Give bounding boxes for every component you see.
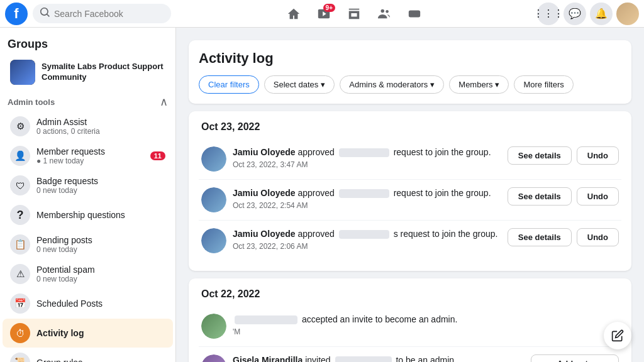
undo-button-1[interactable]: Undo (577, 146, 619, 165)
page-title: Activity log (199, 50, 621, 67)
filter-bar: Clear filters Select dates ▾ Admins & mo… (199, 75, 621, 94)
see-details-button-3[interactable]: See details (508, 228, 572, 246)
activity-actions-2: See details Undo (508, 187, 619, 206)
avatar-4 (201, 314, 226, 339)
members-filter-button[interactable]: Members ▾ (449, 75, 509, 94)
see-details-button-2[interactable]: See details (508, 187, 572, 206)
activity-item-1: Jamiu Oloyede approved request to join t… (199, 139, 621, 180)
more-filters-button[interactable]: More filters (514, 75, 573, 94)
potential-spam-subtitle: 0 new today (36, 275, 165, 283)
membership-questions-icon: ? (10, 205, 30, 225)
facebook-logo[interactable]: f (5, 3, 28, 25)
potential-spam-text: Potential spam 0 new today (36, 265, 165, 284)
date-oct22: Oct 22, 2022 (199, 288, 621, 300)
sidebar-item-group-rules[interactable]: 📜 Group rules (3, 348, 173, 362)
admin-assist-subtitle: 0 actions, 0 criteria (36, 127, 165, 136)
actor-name-1: Jamiu Oloyede (233, 147, 296, 157)
write-button[interactable] (604, 322, 631, 349)
sidebar-item-potential-spam[interactable]: ⚠ Potential spam 0 new today (3, 260, 173, 288)
activity-content-5: Gisela Mirandilla invited to be an admin… (233, 354, 525, 362)
avatar-1 (201, 146, 226, 172)
user-avatar[interactable] (616, 3, 639, 25)
apps-button[interactable]: ⋮⋮⋮ (537, 3, 560, 25)
activity-item-2: Jamiu Oloyede approved request to join t… (199, 180, 621, 221)
section-oct23: Oct 23, 2022 Jamiu Oloyede approved requ… (189, 111, 631, 271)
badge-requests-icon: 🛡 (10, 175, 30, 195)
potential-spam-title: Potential spam (36, 265, 165, 275)
collapse-button[interactable]: ∧ (160, 95, 168, 109)
nav-watch-button[interactable]: 9+ (310, 3, 338, 25)
blurred-user-5 (335, 356, 392, 362)
admins-chevron-icon: ▾ (430, 80, 435, 89)
activity-item-3: Jamiu Oloyede approved s request to join… (199, 221, 621, 261)
actor-name-5: Gisela Mirandilla (233, 355, 303, 362)
nav-marketplace-button[interactable] (340, 3, 368, 25)
admin-tools-section: Admin tools ∧ (0, 89, 175, 111)
activity-item-5: Gisela Mirandilla invited to be an admin… (199, 347, 621, 362)
notifications-button[interactable]: 🔔 (590, 3, 613, 25)
messenger-button[interactable]: 💬 (564, 3, 586, 25)
activity-log-text: Activity log (36, 328, 165, 339)
badge-requests-title: Badge requests (36, 176, 165, 187)
activity-actions-3: See details Undo (508, 228, 619, 246)
svg-point-3 (386, 10, 389, 13)
svg-point-5 (416, 13, 418, 14)
pending-posts-icon: 📋 (10, 234, 30, 255)
nav-gaming-button[interactable] (401, 3, 428, 25)
admins-filter-button[interactable]: Admins & moderators ▾ (340, 75, 444, 94)
group-rules-icon: 📜 (10, 353, 30, 362)
nav-home-button[interactable] (280, 3, 308, 25)
search-bar[interactable] (33, 4, 171, 23)
members-label: Members (458, 80, 492, 89)
search-input[interactable] (54, 9, 164, 19)
select-dates-button[interactable]: Select dates ▾ (264, 75, 335, 94)
activity-actions-1: See details Undo (508, 146, 619, 165)
badge-requests-subtitle: 0 new today (36, 186, 165, 195)
clear-filters-button[interactable]: Clear filters (199, 75, 259, 94)
sidebar-item-badge-requests[interactable]: 🛡 Badge requests 0 new today (3, 171, 173, 200)
group-item[interactable]: Symalite Labs Product Support Community (3, 56, 173, 89)
sidebar-item-member-requests[interactable]: 👤 Member requests ● 1 new today 11 (3, 141, 173, 170)
action-tail-3: s request to join the group. (394, 229, 498, 239)
admins-label: Admins & moderators (349, 80, 428, 89)
activity-time-2: Oct 23, 2022, 2:54 AM (233, 201, 501, 210)
activity-item-4: accepted an invite to become an admin. '… (199, 306, 621, 347)
page-layout: Groups Symalite Labs Product Support Com… (0, 28, 644, 362)
main-content: Activity log Clear filters Select dates … (176, 28, 644, 362)
activity-content-1: Jamiu Oloyede approved request to join t… (233, 146, 501, 169)
sidebar-item-membership-questions[interactable]: ? Membership questions (3, 200, 173, 229)
sidebar-item-scheduled-posts[interactable]: 📅 Scheduled Posts (3, 289, 173, 318)
activity-text-4: accepted an invite to become an admin. (233, 314, 619, 326)
group-info: Symalite Labs Product Support Community (42, 62, 165, 83)
sidebar-item-activity-log[interactable]: ⏱ Activity log (3, 319, 173, 348)
action-2: approved (297, 188, 336, 198)
sidebar: Groups Symalite Labs Product Support Com… (0, 28, 176, 362)
membership-questions-text: Membership questions (36, 210, 165, 221)
activity-log-card: Activity log Clear filters Select dates … (189, 40, 631, 104)
activity-text-3: Jamiu Oloyede approved s request to join… (233, 228, 501, 241)
pending-posts-title: Pending posts (36, 235, 165, 246)
avatar-2 (201, 187, 226, 212)
top-navigation: f 9+ ⋮⋮⋮ 💬 🔔 (0, 0, 644, 28)
admin-assist-text: Admin Assist 0 actions, 0 criteria (36, 117, 165, 136)
pending-posts-subtitle: 0 new today (36, 245, 165, 254)
blurred-user-2 (339, 189, 389, 198)
nav-groups-button[interactable] (370, 3, 398, 25)
sidebar-item-pending-posts[interactable]: 📋 Pending posts 0 new today (3, 230, 173, 259)
sidebar-item-admin-assist[interactable]: ⚙ Admin Assist 0 actions, 0 criteria (3, 112, 173, 141)
see-details-button-1[interactable]: See details (508, 146, 572, 165)
member-requests-icon: 👤 (10, 146, 30, 166)
activity-content-4: accepted an invite to become an admin. '… (233, 314, 619, 336)
activity-text-5: Gisela Mirandilla invited to be an admin… (233, 354, 525, 362)
add-note-button[interactable]: Add note (531, 354, 619, 362)
activity-text-1: Jamiu Oloyede approved request to join t… (233, 146, 501, 159)
membership-questions-title: Membership questions (36, 210, 165, 221)
search-icon (40, 8, 50, 19)
scheduled-posts-title: Scheduled Posts (36, 299, 165, 309)
action-tail-1: request to join the group. (394, 147, 491, 157)
action-tail-5: to be an admin. (396, 355, 457, 362)
undo-button-2[interactable]: Undo (577, 187, 619, 206)
nav-center: 9+ (176, 3, 532, 25)
undo-button-3[interactable]: Undo (577, 228, 619, 246)
svg-point-2 (381, 9, 385, 13)
